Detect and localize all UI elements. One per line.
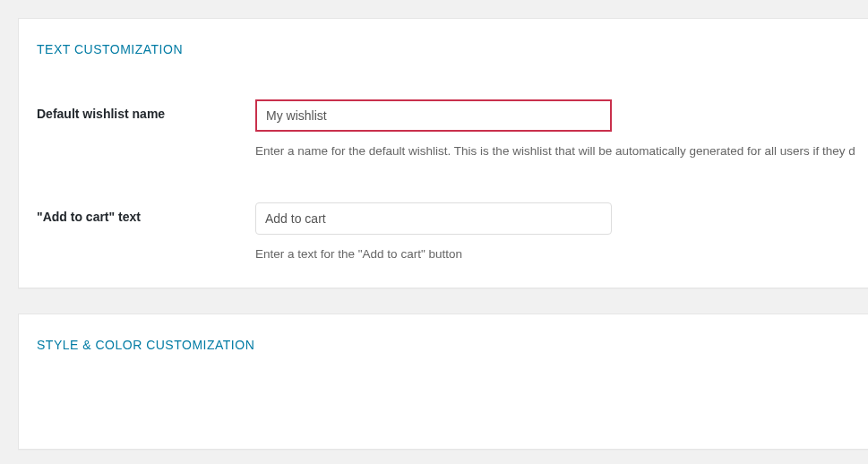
settings-wrapper: TEXT CUSTOMIZATION Default wishlist name… xyxy=(0,0,868,464)
field-row-add-to-cart: "Add to cart" text Enter a text for the … xyxy=(37,202,850,261)
control-default-wishlist-name: Enter a name for the default wishlist. T… xyxy=(255,99,855,158)
default-wishlist-name-input[interactable] xyxy=(255,99,612,132)
style-color-panel: STYLE & COLOR CUSTOMIZATION xyxy=(18,314,868,450)
label-add-to-cart-text: "Add to cart" text xyxy=(37,202,255,224)
label-default-wishlist-name: Default wishlist name xyxy=(37,99,255,121)
text-customization-panel: TEXT CUSTOMIZATION Default wishlist name… xyxy=(18,18,868,288)
section-title-style-color: STYLE & COLOR CUSTOMIZATION xyxy=(37,338,850,352)
help-default-wishlist-name: Enter a name for the default wishlist. T… xyxy=(255,144,855,158)
control-add-to-cart-text: Enter a text for the "Add to cart" butto… xyxy=(255,202,850,261)
field-row-default-wishlist: Default wishlist name Enter a name for t… xyxy=(37,99,850,158)
section-title-text-customization: TEXT CUSTOMIZATION xyxy=(37,42,850,56)
add-to-cart-text-input[interactable] xyxy=(255,202,612,235)
help-add-to-cart-text: Enter a text for the "Add to cart" butto… xyxy=(255,247,850,261)
